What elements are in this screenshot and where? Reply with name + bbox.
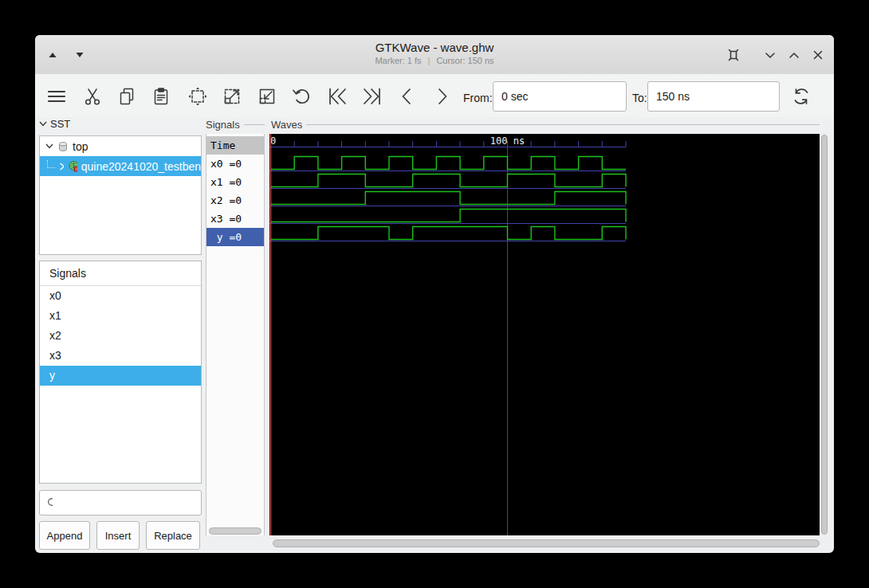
shade-down-button[interactable]	[70, 45, 89, 65]
to-label: To:	[632, 92, 647, 104]
tree-item-label: top	[73, 140, 88, 153]
search-icon	[46, 496, 53, 509]
skip-to-end-icon	[360, 86, 383, 107]
wave-hscrollbar[interactable]	[273, 539, 820, 547]
copy-icon	[116, 86, 137, 107]
zoom-out-button[interactable]	[257, 86, 277, 107]
value-row-x0[interactable]: x0 =0	[206, 155, 264, 173]
titlebar[interactable]: GTKWave - wave.ghw Marker: 1 fs|Cursor: …	[35, 35, 834, 75]
marker-status: Marker: 1 fs	[375, 56, 421, 65]
reload-button[interactable]	[791, 86, 812, 107]
chevron-down-icon	[765, 52, 776, 59]
sst-tree-panel: top quine20241020_testben	[39, 135, 202, 255]
expander-down-icon	[39, 121, 47, 127]
gtkwave-window: GTKWave - wave.ghw Marker: 1 fs|Cursor: …	[35, 35, 834, 553]
triangle-down-icon	[76, 52, 84, 58]
expander-right-icon	[59, 163, 64, 171]
cut-button[interactable]	[82, 86, 103, 107]
close-icon	[813, 50, 823, 60]
skip-to-start-icon	[327, 86, 349, 107]
zoom-fit-icon	[187, 86, 208, 107]
tree-item-top[interactable]: top	[40, 136, 201, 156]
menu-button[interactable]	[46, 86, 67, 107]
undo-button[interactable]	[291, 86, 312, 107]
from-label: From:	[463, 92, 493, 104]
insert-button[interactable]: Insert	[96, 521, 140, 550]
tree-item-label: quine20241020_testben	[81, 160, 201, 173]
copy-button[interactable]	[116, 86, 137, 107]
shift-right-button[interactable]	[431, 86, 452, 107]
signal-browser-header: Signals	[40, 261, 201, 286]
tree-guide	[47, 160, 55, 168]
value-row-y[interactable]: y =0	[206, 228, 264, 246]
keep-above-button[interactable]	[724, 45, 743, 65]
paste-button[interactable]	[151, 86, 171, 107]
keep-above-icon	[726, 48, 741, 62]
wave-vscrollbar[interactable]	[821, 135, 828, 535]
zoom-fit-button[interactable]	[187, 86, 208, 107]
tree-item-testbench[interactable]: quine20241020_testben	[40, 156, 201, 176]
list-item-x1[interactable]: x1	[40, 306, 201, 326]
window-subtitle: Marker: 1 fs|Cursor: 150 ns	[35, 54, 834, 65]
triangle-up-icon	[49, 52, 57, 58]
scissors-icon	[82, 86, 103, 107]
sst-label: SST	[50, 118, 70, 130]
waveform-canvas[interactable]: 0100 ns	[269, 134, 820, 535]
list-item-x2[interactable]: x2	[40, 326, 201, 346]
hamburger-menu-icon	[46, 86, 67, 107]
shift-left-button[interactable]	[397, 86, 418, 107]
time-header-cell[interactable]: Time	[206, 136, 264, 155]
signal-search-input[interactable]	[57, 490, 201, 515]
instance-icon	[68, 160, 77, 172]
undo-icon	[291, 86, 312, 107]
go-to-end-button[interactable]	[360, 86, 381, 107]
zoom-in-icon	[222, 86, 242, 107]
to-time-input[interactable]	[647, 81, 780, 112]
svg-text:100 ns: 100 ns	[490, 135, 525, 147]
minimize-button[interactable]	[761, 45, 780, 65]
list-item-y[interactable]: y	[40, 366, 201, 386]
sst-section-header[interactable]: SST	[39, 118, 70, 130]
value-row-x1[interactable]: x1 =0	[206, 173, 264, 191]
module-cylinder-icon	[57, 141, 69, 152]
signal-browser-panel: Signals x0 x1 x2 x3 y	[39, 261, 202, 484]
maximize-button[interactable]	[784, 45, 804, 65]
value-row-x3[interactable]: x3 =0	[206, 210, 264, 228]
clipboard-paste-icon	[151, 86, 171, 107]
reload-icon	[791, 86, 812, 107]
chevron-left-icon	[397, 86, 418, 107]
shade-up-button[interactable]	[43, 45, 62, 65]
signal-values-panel: Time x0 =0 x1 =0 x2 =0 x3 =0 y =0	[206, 134, 265, 535]
waves-frame-label: Waves	[271, 118, 820, 131]
zoom-in-button[interactable]	[222, 86, 242, 107]
zoom-out-icon	[257, 86, 277, 107]
chevron-right-icon	[431, 86, 452, 107]
go-to-start-button[interactable]	[327, 86, 348, 107]
signal-search-box[interactable]	[39, 490, 202, 515]
signals-frame-label: Signals	[206, 118, 265, 131]
list-item-x3[interactable]: x3	[40, 346, 201, 366]
close-button[interactable]	[808, 45, 828, 65]
from-time-input[interactable]	[493, 81, 627, 112]
list-item-x0[interactable]: x0	[40, 286, 201, 306]
subtitle-separator: |	[428, 56, 431, 65]
wave-display[interactable]: 0100 ns	[269, 134, 820, 535]
window-title: GTKWave - wave.ghw	[35, 35, 834, 54]
append-button[interactable]: Append	[39, 521, 90, 550]
value-row-x2[interactable]: x2 =0	[206, 191, 264, 210]
chevron-up-icon	[788, 52, 800, 59]
cursor-status: Cursor: 150 ns	[436, 56, 493, 65]
expander-down-icon	[45, 143, 53, 149]
replace-button[interactable]: Replace	[146, 521, 200, 550]
signal-values-hscrollbar[interactable]	[209, 527, 261, 535]
